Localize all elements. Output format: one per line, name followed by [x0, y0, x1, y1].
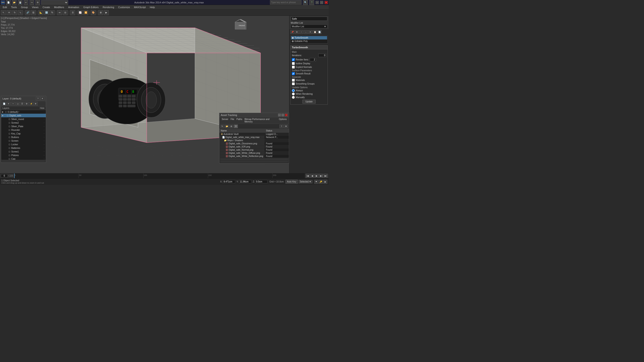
- select-in-layer-btn[interactable]: ☰: [20, 102, 24, 106]
- redo-btn[interactable]: ↪: [29, 0, 34, 5]
- play-anim-btn[interactable]: ▶: [323, 180, 327, 184]
- mod-config-btn[interactable]: ⚙: [295, 30, 299, 34]
- layers-close-btn[interactable]: ✕: [40, 97, 44, 100]
- minimize-btn[interactable]: ─: [316, 1, 319, 4]
- prev-frame-btn[interactable]: ◀: [310, 174, 314, 178]
- menu-edit[interactable]: Edit: [1, 5, 9, 9]
- iterations-input[interactable]: [318, 54, 326, 57]
- go-end-btn[interactable]: ▶|: [324, 174, 328, 178]
- asset-row[interactable]: 🖼 Digital_safe_White_Reflection.png Foun…: [220, 155, 289, 158]
- asset-refresh-btn[interactable]: ↻: [220, 124, 224, 128]
- menu-help[interactable]: Help: [148, 5, 157, 9]
- asset-menu-options[interactable]: Options: [278, 118, 288, 123]
- isoline-checkbox[interactable]: [292, 62, 295, 65]
- asset-row[interactable]: 🖼 Digital_safe_White_Diffuse.png Found: [220, 152, 289, 155]
- asset-menu-file[interactable]: File: [230, 118, 235, 123]
- help-icon[interactable]: ?: [309, 0, 314, 5]
- schematic-btn[interactable]: 🔀: [83, 10, 88, 15]
- go-start-btn[interactable]: |◀: [306, 174, 310, 178]
- unlink-btn[interactable]: ⛓: [31, 10, 36, 15]
- layer-mgr-btn[interactable]: ☰: [70, 10, 75, 15]
- asset-row[interactable]: 🖼 Digital_safe_Normal.png Found: [220, 148, 289, 152]
- layer-item[interactable]: ◻ Screw1 ···: [1, 150, 46, 153]
- layer-item[interactable]: ◻ Locker ···: [1, 143, 46, 146]
- render-setup-btn[interactable]: 🖥: [98, 10, 103, 15]
- x-input[interactable]: [223, 180, 235, 183]
- layer-item[interactable]: ▶ ◻ 0 (default) ✓ ···: [1, 110, 46, 114]
- timeline-track[interactable]: 050100150200: [14, 173, 305, 178]
- scale-btn[interactable]: ⤡: [18, 10, 23, 15]
- percent-snap-btn[interactable]: %: [50, 10, 55, 15]
- update-button[interactable]: Update: [302, 100, 316, 103]
- menu-rendering[interactable]: Rendering: [101, 5, 116, 9]
- mod-copy-btn[interactable]: 📋: [313, 30, 317, 34]
- search-input[interactable]: [270, 0, 302, 5]
- app-icon[interactable]: 3ds: [1, 0, 5, 4]
- materials-checkbox[interactable]: [292, 79, 295, 82]
- asset-options-btn[interactable]: ⚙: [284, 124, 288, 128]
- open-btn[interactable]: 📂: [12, 0, 17, 5]
- asset-merge-btn[interactable]: ⊞: [229, 124, 234, 128]
- new-btn[interactable]: 📄: [6, 0, 11, 5]
- select-btn[interactable]: ↖: [1, 10, 6, 15]
- turbosmooth-stack-item[interactable]: TurboSmooth: [291, 36, 327, 39]
- object-name-input[interactable]: [291, 17, 327, 21]
- delete-layer-btn[interactable]: ✕: [6, 102, 10, 106]
- undo-btn[interactable]: ↩: [24, 0, 28, 5]
- key-filters-btn[interactable]: 🔑: [319, 180, 323, 184]
- layer-item[interactable]: ◻ Buttons ···: [1, 135, 46, 139]
- explicit-normals-checkbox[interactable]: [292, 66, 295, 68]
- snap-btn[interactable]: 📐: [38, 10, 43, 15]
- layer-item[interactable]: ▶ ◻ Digital_safe ···: [1, 114, 46, 117]
- search-btn[interactable]: 🔍: [303, 0, 308, 5]
- z-input[interactable]: [255, 180, 268, 183]
- material-editor-btn[interactable]: 🎨: [91, 10, 96, 15]
- menu-maxscript[interactable]: MAXScript: [132, 5, 148, 9]
- menu-customize[interactable]: Customize: [116, 5, 132, 9]
- set-key-btn[interactable]: ⚑: [314, 180, 318, 184]
- menu-group[interactable]: Group: [19, 5, 30, 9]
- save-btn[interactable]: 💾: [18, 0, 22, 5]
- angle-snap-btn[interactable]: 🔢: [44, 10, 49, 15]
- asset-menu-server[interactable]: Server: [221, 118, 229, 123]
- render-iters-input[interactable]: [310, 58, 316, 61]
- when-rendering-radio[interactable]: [292, 92, 295, 95]
- layers-scrollbar[interactable]: [2, 160, 45, 162]
- autokey-button[interactable]: Auto Key: [286, 180, 298, 184]
- layer-highlight-btn[interactable]: ⚡: [29, 102, 33, 106]
- asset-hscrollbar[interactable]: [220, 158, 288, 160]
- asset-help-btn[interactable]: ?: [280, 124, 284, 128]
- align-btn[interactable]: ⊟: [63, 10, 68, 15]
- render-iters-checkbox[interactable]: [292, 58, 295, 61]
- always-radio[interactable]: [292, 89, 295, 92]
- next-frame-btn[interactable]: ▶|: [319, 174, 323, 178]
- smoothing-groups-checkbox[interactable]: [292, 82, 295, 85]
- mod-move-up-btn[interactable]: ↑: [299, 30, 304, 34]
- menu-create[interactable]: Create: [41, 5, 52, 9]
- layer-item[interactable]: ◻ Silver_round ···: [1, 117, 46, 121]
- close-btn[interactable]: ✕: [324, 1, 328, 4]
- maximize-btn[interactable]: □: [320, 1, 323, 4]
- asset-close-btn[interactable]: ✕: [285, 114, 288, 116]
- mod-paste-btn[interactable]: 📄: [317, 30, 322, 34]
- new-layer-btn[interactable]: 📄: [2, 102, 6, 106]
- asset-maximize-btn[interactable]: □: [282, 114, 284, 116]
- layer-item[interactable]: ◻ Batteries ···: [1, 146, 46, 150]
- rotate-btn[interactable]: ↻: [12, 10, 17, 15]
- layer-item[interactable]: ◻ Silver_Plate ···: [1, 124, 46, 128]
- layer-item[interactable]: ◻ Key_Cap ···: [1, 132, 46, 135]
- layer-item[interactable]: ◻ Rounder ···: [1, 128, 46, 132]
- settings-btn[interactable]: ⚙: [35, 0, 40, 5]
- menu-views[interactable]: Views: [30, 5, 40, 9]
- asset-row[interactable]: 🏛 Autodesk Vault Logged O...: [220, 133, 289, 136]
- menu-tools[interactable]: Tools: [9, 5, 19, 9]
- curve-editor-btn[interactable]: 📈: [78, 10, 82, 15]
- manually-radio[interactable]: [292, 96, 295, 99]
- mod-delete-btn[interactable]: ✕: [308, 30, 312, 34]
- asset-row[interactable]: 📁 Maps / Shaders: [220, 139, 289, 142]
- select-obj-btn[interactable]: ◻: [16, 102, 20, 106]
- render-btn[interactable]: ▶: [104, 10, 109, 15]
- modifier-list-dropdown[interactable]: Modifier List ▼: [291, 24, 327, 28]
- layer-props-btn[interactable]: ⚙: [24, 102, 29, 106]
- smooth-result-checkbox[interactable]: [292, 72, 295, 75]
